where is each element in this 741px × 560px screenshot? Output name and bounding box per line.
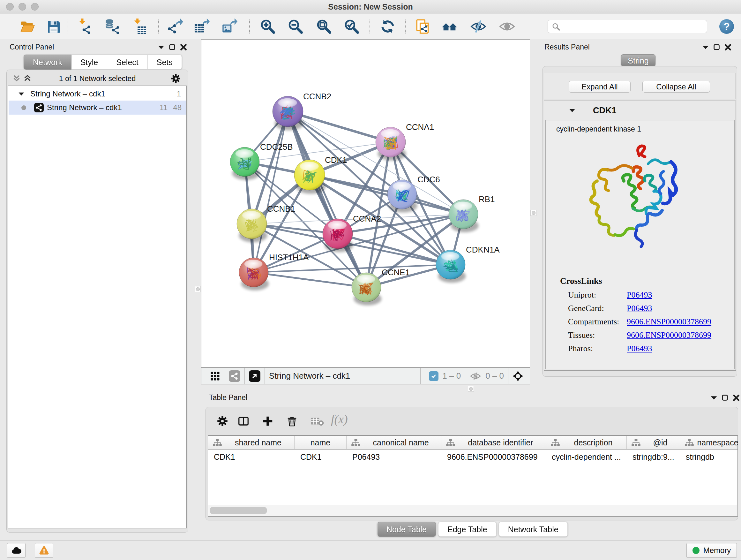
import-network-file-button[interactable]	[75, 17, 93, 36]
left-divider-grip[interactable]	[195, 286, 201, 292]
bottom-divider-grip[interactable]	[468, 386, 474, 392]
tab-sets[interactable]: Sets	[148, 55, 182, 70]
collapse-all-button[interactable]: Collapse All	[643, 81, 710, 92]
table-cell[interactable]: stringdb	[680, 450, 741, 464]
table-cell[interactable]: CDK1	[294, 450, 347, 464]
crosslink-value-link[interactable]: 9606.ENSP00000378699	[627, 330, 711, 340]
clone-network-button[interactable]	[414, 17, 432, 36]
first-neighbors-button[interactable]	[441, 17, 459, 36]
network-share-chip[interactable]	[229, 370, 240, 382]
import-table-file-button[interactable]	[131, 17, 149, 36]
share-icon	[36, 104, 43, 111]
tab-node-table[interactable]: Node Table	[377, 522, 436, 537]
panel-float-icon[interactable]	[713, 43, 721, 51]
apply-layout-button[interactable]	[379, 17, 397, 36]
toolbar-separator	[68, 19, 68, 34]
eye-slash-icon	[470, 18, 486, 35]
crosslink-value-link[interactable]: P06493	[627, 290, 652, 300]
panel-float-icon[interactable]	[721, 394, 729, 402]
gene-section-header[interactable]: CDK1	[544, 101, 736, 120]
table-cell[interactable]: CDK1	[208, 450, 294, 464]
table-cell[interactable]: stringdb:9...	[627, 450, 680, 464]
birdseye-crosshair-icon[interactable]	[513, 371, 523, 381]
table-cell[interactable]: P06493	[347, 450, 441, 464]
graph-node-CCNA1[interactable]	[376, 127, 406, 161]
search-icon	[552, 23, 560, 31]
zoom-selected-button[interactable]	[342, 17, 360, 36]
scrollbar-thumb[interactable]	[210, 507, 267, 514]
node-table: shared namenamecanonical namedatabase id…	[208, 435, 738, 516]
panel-close-icon[interactable]	[732, 394, 740, 402]
graph-node-CCNB1[interactable]	[237, 209, 267, 242]
column-header[interactable]: canonical name	[347, 436, 441, 449]
table-toolbar: f(x)	[206, 407, 738, 435]
network-collection-row[interactable]: String Network – cdk1 1	[9, 87, 186, 101]
column-header[interactable]: shared name	[208, 436, 294, 449]
tab-select[interactable]: Select	[107, 55, 147, 70]
graph-node-RB1[interactable]	[449, 199, 479, 233]
open-session-button[interactable]	[18, 17, 36, 36]
cloud-status-button[interactable]	[7, 543, 25, 558]
panel-menu-icon[interactable]	[701, 43, 710, 51]
column-header[interactable]: description	[546, 436, 627, 449]
collection-expand-icon[interactable]	[17, 90, 25, 98]
split-panel-icon[interactable]	[238, 415, 249, 427]
warnings-button[interactable]	[35, 543, 53, 558]
import-network-database-button[interactable]	[104, 17, 122, 36]
panel-menu-icon[interactable]	[157, 43, 165, 51]
graph-node-CCNA2[interactable]	[323, 219, 353, 252]
panel-close-icon[interactable]	[179, 43, 188, 51]
tab-network[interactable]: Network	[23, 55, 71, 70]
network-row[interactable]: String Network – cdk1 11 48	[9, 101, 186, 115]
tab-network-table[interactable]: Network Table	[499, 522, 568, 537]
table-cell[interactable]: 9606.ENSP00000378699	[441, 450, 546, 464]
search-input[interactable]	[548, 20, 707, 33]
graph-node-CDK1[interactable]	[294, 160, 326, 194]
table-cell[interactable]: cyclin-dependent ...	[546, 450, 627, 464]
column-header[interactable]: database identifier	[441, 436, 546, 449]
zoom-in-button[interactable]	[259, 17, 276, 36]
delete-column-icon[interactable]	[286, 415, 298, 427]
graph-node-CDKN1A[interactable]	[436, 250, 466, 283]
memory-button[interactable]: Memory	[686, 543, 737, 558]
expand-all-button[interactable]: Expand All	[569, 81, 630, 92]
network-canvas[interactable]: CCNB2CCNA1CDC25BCDK1CDC6RB1CCNB1CCNA2CDK…	[201, 39, 530, 368]
save-session-button[interactable]	[45, 17, 63, 36]
zoom-out-button[interactable]	[286, 17, 304, 36]
tab-edge-table[interactable]: Edge Table	[438, 522, 496, 537]
crosslink-value-link[interactable]: 9606.ENSP00000378699	[627, 317, 711, 327]
section-expand-icon[interactable]	[568, 107, 576, 114]
tab-string[interactable]: String	[621, 54, 656, 66]
table-options-gear-icon[interactable]	[217, 415, 228, 427]
graph-node-CDC6[interactable]	[387, 180, 417, 212]
show-all-button[interactable]	[498, 17, 516, 36]
table-row[interactable]: CDK1CDK1P064939606.ENSP00000378699cyclin…	[208, 450, 738, 464]
zoom-fit-button[interactable]	[315, 17, 333, 36]
column-header[interactable]: namespace	[680, 436, 741, 449]
column-header[interactable]: @id	[627, 436, 680, 449]
crosslink-value-link[interactable]: P06493	[627, 304, 652, 313]
add-column-icon[interactable]	[262, 415, 273, 427]
right-divider-grip[interactable]	[530, 210, 536, 216]
graph-node-CDC25B[interactable]	[230, 147, 260, 180]
panel-close-icon[interactable]	[724, 43, 732, 51]
panel-float-icon[interactable]	[168, 43, 177, 51]
tab-style[interactable]: Style	[71, 55, 108, 70]
help-button[interactable]: ?	[719, 19, 734, 34]
hide-selected-button[interactable]	[469, 17, 487, 36]
graph-node-HIST1H1A[interactable]	[239, 258, 269, 291]
export-network-button[interactable]	[166, 17, 184, 36]
column-header[interactable]: name	[294, 436, 347, 449]
control-panel-window-controls	[157, 43, 188, 51]
open-in-new-chip[interactable]	[249, 370, 260, 382]
export-table-button[interactable]	[193, 17, 211, 36]
panel-menu-icon[interactable]	[710, 394, 718, 402]
crosslink-value-link[interactable]: P06493	[627, 344, 652, 354]
network-options-gear-icon[interactable]	[171, 73, 181, 84]
graph-node-CCNE1[interactable]	[352, 273, 382, 306]
export-image-button[interactable]	[220, 17, 239, 36]
graph-node-CCNB2[interactable]	[273, 96, 304, 130]
grid-view-icon[interactable]	[210, 371, 220, 381]
table-horizontal-scrollbar[interactable]	[208, 505, 737, 516]
selected-checkbox-icon[interactable]	[429, 371, 439, 381]
